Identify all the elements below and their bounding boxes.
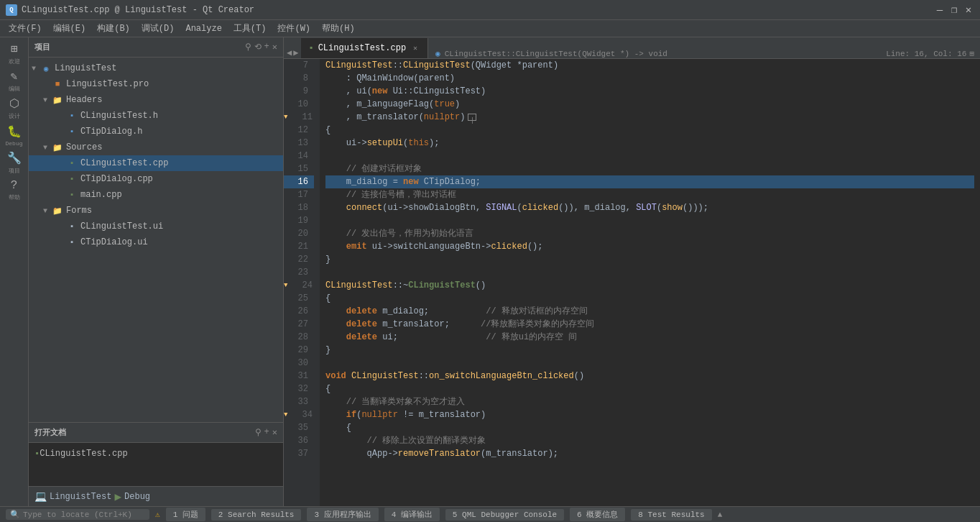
ui-file-icon: ▪ <box>66 221 78 232</box>
fold-arrow-11[interactable]: ▼ <box>284 111 287 124</box>
run-button[interactable]: ▶ <box>114 490 121 504</box>
code-content[interactable]: CLinguistTest::CLinguistTest(QWidget *pa… <box>320 59 980 506</box>
tree-item-ctipdialog-ui[interactable]: ▪ CTipDialog.ui <box>29 234 283 250</box>
tree-item-main-cpp[interactable]: ▪ main.cpp <box>29 187 283 203</box>
status-tab-problems[interactable]: 1 问题 <box>166 508 205 521</box>
line-18: 18 <box>284 201 314 214</box>
nav-back-button[interactable]: ◀ <box>287 47 292 58</box>
line-25: 25 <box>284 292 314 305</box>
tree-item-ctipdialog-h[interactable]: ▪ CTipDialog.h <box>29 124 283 139</box>
sync-button[interactable]: ⟲ <box>254 42 262 52</box>
status-expand-icon[interactable]: ▲ <box>718 510 723 519</box>
design-icon: ⬡ <box>9 96 19 111</box>
tab-label: CLinguistTest.cpp <box>318 43 406 53</box>
code-line-28: delete ui; // 释放ui的内存空 间 <box>325 331 974 344</box>
minimize-button[interactable]: — <box>934 4 946 16</box>
line-27: 27 <box>284 318 314 331</box>
tab-close-button[interactable]: ✕ <box>410 43 420 53</box>
sidebar-help[interactable]: ? 帮助 <box>1 177 27 203</box>
tree-item-headers[interactable]: ▼ 📁 Headers <box>29 92 283 108</box>
menu-tools[interactable]: 工具(T) <box>228 21 272 36</box>
tree-label-sources: Sources <box>66 142 102 152</box>
code-line-7: CLinguistTest::CLinguistTest(QWidget *pa… <box>325 59 974 72</box>
line-32: 32 <box>284 383 314 395</box>
status-tab-search[interactable]: 2 Search Results <box>211 509 302 521</box>
line-11: ▼ 11 <box>284 111 314 124</box>
tree-item-clinguist-ui[interactable]: ▪ CLinguistTest.ui <box>29 219 283 234</box>
sidebar-welcome[interactable]: ⊞ 欢迎 <box>1 40 27 66</box>
line-35: 35 <box>284 421 314 434</box>
tree-label-cpp2: CTipDialog.cpp <box>80 174 153 184</box>
tree-item-clinguist-h[interactable]: ▪ CLinguistTest.h <box>29 108 283 124</box>
tree-label-forms: Forms <box>66 206 92 216</box>
tree-item-sources[interactable]: ▼ 📁 Sources <box>29 139 283 155</box>
code-editor: 7 8 9 10 ▼ 11 12 13 14 15 16 17 18 19 20… <box>284 59 980 506</box>
menu-debug[interactable]: 调试(D) <box>136 21 180 36</box>
menu-help[interactable]: 帮助(H) <box>316 21 361 36</box>
line-21: 21 <box>284 240 314 253</box>
sidebar-debug[interactable]: 🐛 Debug <box>1 122 27 148</box>
add-button[interactable]: + <box>264 42 269 52</box>
code-line-36: // 移除上次设置的翻译类对象 <box>325 434 974 447</box>
menu-edit[interactable]: 编辑(E) <box>47 21 92 36</box>
menu-controls[interactable]: 控件(W) <box>272 21 316 36</box>
line-37: 37 <box>284 447 314 460</box>
status-bar-left: 🔍 Type to locate (Ctrl+K) ⚠ 1 问题 2 Searc… <box>6 508 722 521</box>
locate-bar[interactable]: 🔍 Type to locate (Ctrl+K) <box>6 509 149 520</box>
title-bar: Q CLinguistTest.cpp @ LinguistTest - Qt … <box>0 0 980 20</box>
close-tree-button[interactable]: ✕ <box>272 42 277 52</box>
open-doc-item[interactable]: ▪ CLinguistTest.cpp <box>29 446 283 462</box>
sidebar-design[interactable]: ⬡ 设计 <box>1 95 27 121</box>
filter-button[interactable]: ⚲ <box>245 42 251 52</box>
open-docs-filter[interactable]: ⚲ <box>255 427 262 438</box>
tree-item-root[interactable]: ▼ ◉ LinguistTest <box>29 60 283 76</box>
tree-arrow-sources: ▼ <box>43 144 52 152</box>
fold-arrow-24[interactable]: ▼ <box>284 279 287 292</box>
expand-button[interactable]: ⊞ <box>969 49 974 58</box>
line-20: 20 <box>284 227 314 240</box>
maximize-button[interactable]: ❐ <box>948 4 960 16</box>
cpp-file-icon: ▪ <box>66 157 78 169</box>
line-10: 10 <box>284 98 314 111</box>
tree-item-pro[interactable]: ■ LinguistTest.pro <box>29 76 283 92</box>
close-button[interactable]: ✕ <box>963 4 974 16</box>
line-30: 30 <box>284 357 314 370</box>
code-line-22: } <box>325 253 974 266</box>
code-line-33: // 当翻译类对象不为空才进入 <box>325 395 974 408</box>
code-line-17: // 连接信号槽，弹出对话框 <box>325 188 974 201</box>
file-tree-title: 项目 <box>34 42 50 52</box>
code-line-30 <box>325 357 974 370</box>
code-line-13: ui->setupUi(this); <box>325 137 974 150</box>
status-tab-test[interactable]: 8 Test Results <box>631 509 711 521</box>
code-line-21: emit ui->switchLanguageBtn->clicked(); <box>325 240 974 253</box>
tree-item-forms[interactable]: ▼ 📁 Forms <box>29 203 283 219</box>
nav-forward-button[interactable]: ▶ <box>293 47 298 58</box>
line-14: 14 <box>284 150 314 162</box>
tree-item-clinguist-cpp[interactable]: ▪ CLinguistTest.cpp <box>29 155 283 171</box>
sidebar-edit[interactable]: ✎ 编辑 <box>1 68 27 93</box>
sidebar-project[interactable]: 🔧 项目 <box>1 150 27 175</box>
status-tab-compile[interactable]: 4 编译输出 <box>384 508 440 521</box>
breadcrumb-text: CLinguistTest::CLinguistTest(QWidget *) … <box>445 50 667 58</box>
code-line-18: connect(ui->showDialogBtn, SIGNAL(clicke… <box>325 201 974 214</box>
code-line-14 <box>325 150 974 162</box>
file-tree-controls: ⚲ ⟲ + ✕ <box>245 42 277 52</box>
editor-tab-active[interactable]: ▪ CLinguistTest.cpp ✕ <box>301 38 428 58</box>
main-content: ⊞ 欢迎 ✎ 编辑 ⬡ 设计 🐛 Debug 🔧 项目 ? 帮助 项目 ⚲ <box>0 37 980 506</box>
open-docs-close[interactable]: ✕ <box>272 427 277 438</box>
menu-analyze[interactable]: Analyze <box>180 22 227 35</box>
status-tab-qml[interactable]: 5 QML Debugger Console <box>445 509 564 521</box>
code-line-29: } <box>325 344 974 357</box>
ui-file-icon2: ▪ <box>66 237 78 248</box>
code-line-15: // 创建对话框对象 <box>325 162 974 175</box>
open-docs-add[interactable]: + <box>264 427 269 438</box>
status-tab-appout[interactable]: 3 应用程序输出 <box>307 508 378 521</box>
code-line-25: { <box>325 292 974 305</box>
fold-arrow-34[interactable]: ▼ <box>284 408 287 421</box>
menu-file[interactable]: 文件(F) <box>3 21 47 36</box>
tree-item-ctipdialog-cpp[interactable]: ▪ CTipDialog.cpp <box>29 171 283 187</box>
menu-build[interactable]: 构建(B) <box>91 21 136 36</box>
status-tab-overview[interactable]: 6 概要信息 <box>570 508 625 521</box>
line-19: 19 <box>284 214 314 227</box>
code-line-20: // 发出信号，作用为初始化语言 <box>325 227 974 240</box>
